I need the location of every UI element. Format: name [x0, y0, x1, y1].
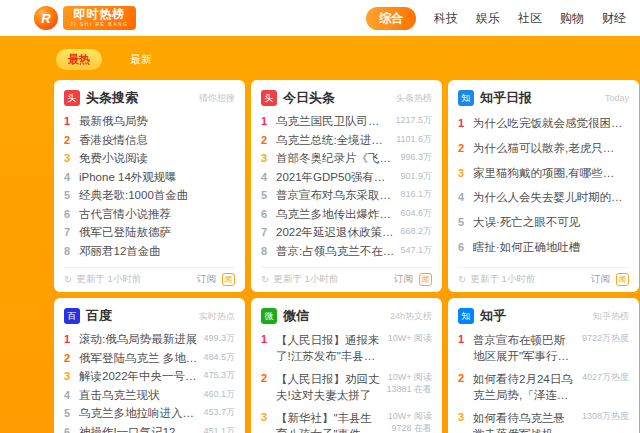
site-logo[interactable]: R 即时热榜 JI SHI RE BANG: [34, 6, 136, 30]
item-title[interactable]: 首部冬奥纪录片《飞越冰雪的五环》: [276, 151, 400, 166]
nav-item-general[interactable]: 综合: [366, 7, 416, 30]
item-title[interactable]: 为什么吃完饭就会感觉很困很难受?: [473, 116, 629, 131]
item-value: 996.3万: [400, 153, 432, 162]
hot-list: 1 为什么吃完饭就会感觉很困很难受? 2 为什么猫可以散养,老虎只能圈养吗? 3…: [458, 114, 629, 262]
item-title[interactable]: 2022年延迟退休政策将正式开启: [276, 225, 400, 240]
platform-title[interactable]: 头条搜索: [86, 89, 138, 107]
list-item[interactable]: 3 如何看待乌克兰悬赏击落俄军战机每架 2000 万,逃兵每人将受何处罚? 13…: [458, 410, 629, 433]
nav-item-community[interactable]: 社区: [518, 10, 542, 27]
list-item[interactable]: 1 最新俄乌局势: [64, 114, 235, 133]
list-item[interactable]: 6 乌克兰多地传出爆炸声 直击现场 604.6万: [261, 207, 432, 226]
list-item[interactable]: 8 普京:占领乌克兰不在计划之中 547.1万: [261, 244, 432, 263]
list-item[interactable]: 6 瞎扯·如何正确地吐槽: [458, 240, 629, 260]
nav-item-tech[interactable]: 科技: [434, 10, 458, 27]
news-feed-icon[interactable]: 闻: [222, 273, 235, 286]
list-item[interactable]: 5 大误·死亡之眼不可见: [458, 215, 629, 235]
item-metrics: 1101.6万: [396, 133, 432, 144]
list-item[interactable]: 2 乌克兰总统:全境进入战时状态 1101.6万: [261, 133, 432, 152]
item-title[interactable]: 经典老歌:1000首金曲: [79, 188, 235, 203]
platform-title[interactable]: 知乎: [480, 307, 506, 325]
item-title[interactable]: 乌克兰多地拉响进入战时状态: [79, 406, 203, 421]
list-item[interactable]: 5 乌克兰多地拉响进入战时状态 453.7万: [64, 406, 235, 425]
item-title[interactable]: 如何看待2月24日乌克兰局势,「泽连斯基」发表讲话称愿意谈判?: [473, 371, 582, 403]
list-item[interactable]: 3 家里猫狗戴的项圈,有哪些坑要知道?: [458, 166, 629, 186]
platform-title[interactable]: 知乎日报: [480, 89, 532, 107]
list-item[interactable]: 4 为什么人会失去婴儿时期的记忆?: [458, 190, 629, 210]
platform-title[interactable]: 百度: [86, 307, 112, 325]
item-metrics: 460.1万: [203, 388, 235, 399]
item-title[interactable]: 【新华社】"丰县生育八孩女子"事件调查处理情况公布: [276, 410, 388, 433]
item-title[interactable]: 直击乌克兰现状: [79, 388, 203, 403]
news-feed-icon[interactable]: 闻: [419, 273, 432, 286]
list-item[interactable]: 2 为什么猫可以散养,老虎只能圈养吗?: [458, 141, 629, 161]
nav-item-entertainment[interactable]: 娱乐: [476, 10, 500, 27]
item-title[interactable]: 乌克兰国民卫队司令部被摧毁: [276, 114, 395, 129]
tab-newest[interactable]: 最新: [118, 49, 164, 70]
item-title[interactable]: 【人民日报】劝回丈夫!这对夫妻太拼了: [276, 371, 386, 403]
item-title[interactable]: 滚动:俄乌局势最新进展: [79, 332, 203, 347]
list-item[interactable]: 3 首部冬奥纪录片《飞越冰雪的五环》 996.3万: [261, 151, 432, 170]
item-title[interactable]: 乌克兰总统:全境进入战时状态: [276, 133, 396, 148]
list-item[interactable]: 1 滚动:俄乌局势最新进展 499.3万: [64, 332, 235, 351]
rank-number: 5: [64, 406, 79, 419]
item-title[interactable]: 普京宣布对乌东采取军事行动: [276, 188, 400, 203]
item-title[interactable]: 为什么人会失去婴儿时期的记忆?: [473, 190, 629, 205]
nav-item-shopping[interactable]: 购物: [560, 10, 584, 27]
list-item[interactable]: 4 iPhone 14外观规曝: [64, 170, 235, 189]
nav-item-finance[interactable]: 财经: [602, 10, 626, 27]
platform-title[interactable]: 今日头条: [283, 89, 335, 107]
list-item[interactable]: 5 普京宣布对乌东采取军事行动 816.1万: [261, 188, 432, 207]
tab-hottest[interactable]: 最热: [56, 49, 102, 70]
item-title[interactable]: 邓丽君12首金曲: [79, 244, 235, 259]
item-title[interactable]: 神操作!一口气记12个8级?: [79, 425, 203, 433]
item-title[interactable]: 瞎扯·如何正确地吐槽: [473, 240, 629, 255]
item-title[interactable]: 家里猫狗戴的项圈,有哪些坑要知道?: [473, 166, 629, 181]
list-item[interactable]: 6 神操作!一口气记12个8级? 451.1万: [64, 425, 235, 433]
list-item[interactable]: 2 【人民日报】劝回丈夫!这对夫妻太拼了 10W+ 阅读 13881 在看: [261, 371, 432, 408]
platform-title[interactable]: 微信: [283, 307, 309, 325]
list-item[interactable]: 3 免费小说阅读: [64, 151, 235, 170]
item-title[interactable]: 乌克兰多地传出爆炸声 直击现场: [276, 207, 400, 222]
item-title[interactable]: 古代言情小说推荐: [79, 207, 235, 222]
list-item[interactable]: 2 俄军登陆乌克兰 多地传出爆炸声 484.5万: [64, 351, 235, 370]
item-title[interactable]: 解读2022年中央一号文件: [79, 369, 203, 384]
list-item[interactable]: 3 解读2022年中央一号文件 475.3万: [64, 369, 235, 388]
news-feed-icon[interactable]: 闻: [616, 273, 629, 286]
list-item[interactable]: 1 为什么吃完饭就会感觉很困很难受?: [458, 116, 629, 136]
subscribe-link[interactable]: 订阅: [197, 273, 216, 286]
platform-icon: 微: [261, 308, 277, 324]
item-title[interactable]: 普京:占领乌克兰不在计划之中: [276, 244, 400, 259]
item-title[interactable]: 大误·死亡之眼不可见: [473, 215, 629, 230]
list-item[interactable]: 4 直击乌克兰现状 460.1万: [64, 388, 235, 407]
subscribe-link[interactable]: 订阅: [394, 273, 413, 286]
refresh-icon[interactable]: ↻: [458, 274, 466, 285]
item-title[interactable]: 俄军登陆乌克兰 多地传出爆炸声: [79, 351, 203, 366]
item-title[interactable]: 【人民日报】通报来了!江苏发布"丰县生育八孩女子"事件调查处理情况: [276, 332, 388, 364]
item-title[interactable]: 最新俄乌局势: [79, 114, 235, 129]
refresh-icon[interactable]: ↻: [64, 274, 72, 285]
list-item[interactable]: 1 乌克兰国民卫队司令部被摧毁 1217.5万: [261, 114, 432, 133]
list-item[interactable]: 1 【人民日报】通报来了!江苏发布"丰县生育八孩女子"事件调查处理情况 10W+…: [261, 332, 432, 369]
list-item[interactable]: 8 邓丽君12首金曲: [64, 244, 235, 263]
platform-card: 知 知乎日报 Today 1 为什么吃完饭就会感觉很困很难受? 2 为什么猫可以…: [448, 80, 639, 292]
item-title[interactable]: 如何看待乌克兰悬赏击落俄军战机每架 2000 万,逃兵每人将受何处罚?: [473, 410, 582, 433]
list-item[interactable]: 3 【新华社】"丰县生育八孩女子"事件调查处理情况公布 10W+ 阅读 9728…: [261, 410, 432, 433]
item-title[interactable]: 为什么猫可以散养,老虎只能圈养吗?: [473, 141, 629, 156]
list-item[interactable]: 7 2022年延迟退休政策将正式开启 668.2万: [261, 225, 432, 244]
list-item[interactable]: 6 古代言情小说推荐: [64, 207, 235, 226]
item-title[interactable]: 香港疫情信息: [79, 133, 235, 148]
list-item[interactable]: 2 香港疫情信息: [64, 133, 235, 152]
item-title[interactable]: iPhone 14外观规曝: [79, 170, 235, 185]
platform-card: 百 百度 实时热点 1 滚动:俄乌局势最新进展 499.3万 2 俄军登陆乌克兰…: [54, 298, 245, 433]
item-title[interactable]: 2021年GDP50强有你的家乡吗: [276, 170, 400, 185]
item-title[interactable]: 普京宣布在顿巴斯地区展开"军事行动",目前战况如何?: [473, 332, 582, 364]
list-item[interactable]: 4 2021年GDP50强有你的家乡吗 901.9万: [261, 170, 432, 189]
list-item[interactable]: 1 普京宣布在顿巴斯地区展开"军事行动",目前战况如何? 9722万热度: [458, 332, 629, 369]
item-title[interactable]: 俄军已登陆敖德萨: [79, 225, 235, 240]
list-item[interactable]: 2 如何看待2月24日乌克兰局势,「泽连斯基」发表讲话称愿意谈判? 4027万热…: [458, 371, 629, 408]
list-item[interactable]: 7 俄军已登陆敖德萨: [64, 225, 235, 244]
refresh-icon[interactable]: ↻: [261, 274, 269, 285]
subscribe-link[interactable]: 订阅: [591, 273, 610, 286]
list-item[interactable]: 5 经典老歌:1000首金曲: [64, 188, 235, 207]
item-title[interactable]: 免费小说阅读: [79, 151, 235, 166]
